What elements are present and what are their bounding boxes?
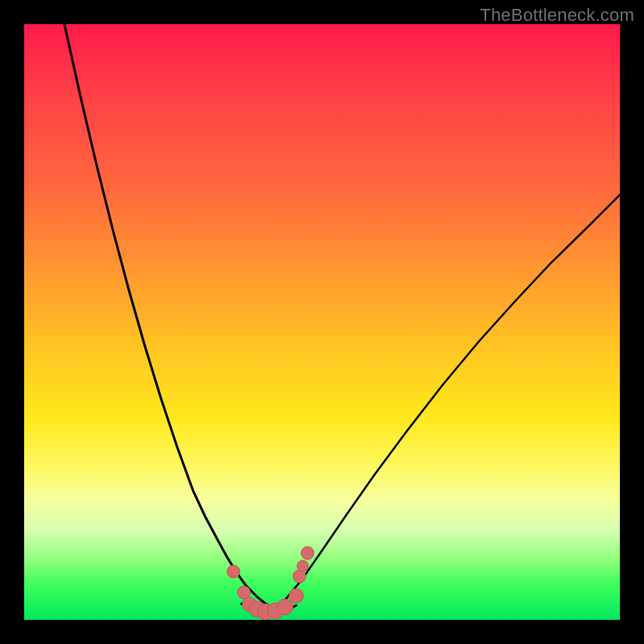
valley-marker [301, 547, 314, 559]
valley-marker [289, 588, 303, 603]
valley-marker [227, 565, 240, 578]
left-branch-curve [64, 24, 275, 609]
valley-marker [277, 599, 293, 615]
valley-marker [237, 586, 250, 599]
watermark-text: TheBottleneck.com [480, 5, 634, 26]
valley-marker [293, 570, 306, 583]
valley-marker [297, 560, 308, 572]
valley-markers-group [227, 547, 314, 620]
curve-layer [24, 24, 620, 620]
chart-frame: TheBottleneck.com [0, 0, 644, 644]
right-branch-curve [274, 195, 620, 609]
